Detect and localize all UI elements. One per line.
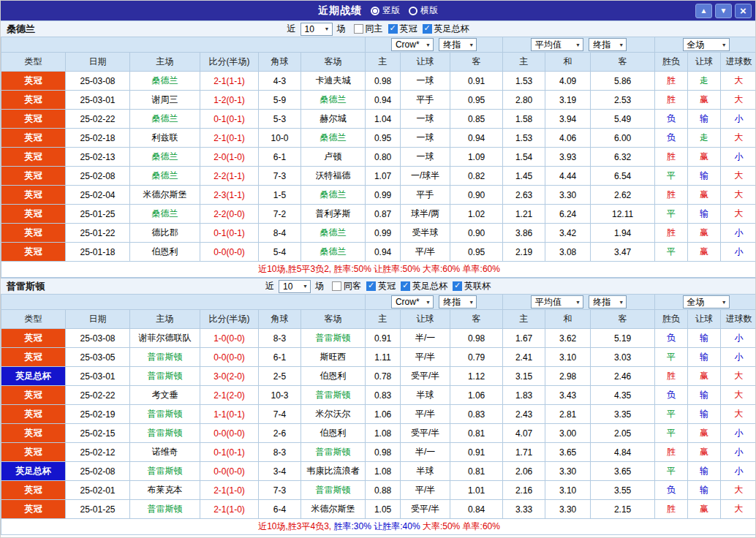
col-header-handicap: 让球 (401, 53, 450, 72)
bookmaker-select[interactable]: Crow*▼ (391, 38, 434, 51)
corners-cell: 5-9 (259, 91, 301, 110)
goals-result-cell: 小 (721, 148, 756, 167)
filter-checkbox[interactable]: 英冠 (388, 23, 417, 35)
avg-away-odds-cell: 4.35 (591, 386, 655, 405)
handicap-result-cell: 走 (688, 72, 721, 91)
radio-label: 横版 (420, 4, 438, 17)
goals-result-cell: 大 (721, 405, 756, 424)
league-type-cell: 英足总杯 (1, 367, 66, 386)
col-header-handicap: 让球 (401, 310, 450, 329)
bookmaker-select[interactable]: Crow*▼ (391, 295, 434, 308)
col-header-away: 客场 (301, 53, 366, 72)
radio-icon[interactable] (409, 7, 417, 15)
result-cell: 负 (655, 481, 688, 500)
avg-home-odds-cell: 2.80 (503, 91, 545, 110)
match-count-select[interactable]: 10▼ (300, 23, 333, 36)
handicap-cell: 受平/半 (401, 500, 450, 519)
results-table: Crow*▼ 终指▼ 平均值▼ 终指▼ 全场▼ 类型 日期 主场 比分(半场) … (1, 37, 756, 278)
goals-result-cell: 小 (721, 348, 756, 367)
corners-cell: 6-4 (259, 500, 301, 519)
filter-checkbox[interactable]: 英冠 (366, 280, 396, 292)
final-odds-select[interactable]: 终指▼ (439, 295, 477, 308)
col-header-away-odds: 客 (450, 53, 503, 72)
layout-radio-selected[interactable]: 竖版 (371, 4, 400, 17)
close-button[interactable]: × (735, 4, 752, 18)
league-type-cell: 英冠 (1, 443, 66, 462)
handicap-cell: 半球 (401, 462, 450, 481)
result-cell: 平 (655, 205, 688, 224)
select-value: Crow* (396, 39, 420, 50)
league-type-cell: 英冠 (1, 405, 66, 424)
home-odds-cell: 0.87 (366, 205, 401, 224)
final-odds-select[interactable]: 终指▼ (439, 38, 477, 51)
col-header-avg-draw: 和 (545, 310, 591, 329)
filter-checkbox[interactable]: 英足总杯 (401, 280, 447, 292)
chevron-down-icon: ▼ (722, 300, 727, 305)
filter-checkbox[interactable]: 英足总杯 (423, 23, 469, 35)
average-odds-select[interactable]: 平均值▼ (531, 295, 583, 308)
checkbox-checked-icon[interactable] (453, 281, 462, 291)
away-team-cell: 普雷斯顿 (301, 386, 366, 405)
away-team-cell: 普利茅斯 (301, 205, 366, 224)
scope-config-cell: 全场▼ (655, 37, 756, 53)
scroll-down-button[interactable]: ▼ (715, 4, 732, 18)
chevron-down-icon: ▼ (619, 300, 624, 305)
chevron-down-icon: ▼ (575, 300, 581, 305)
home-odds-cell: 1.04 (366, 110, 401, 129)
score-cell: 2-2(1-1) (200, 167, 259, 186)
home-team-cell: 谢周三 (130, 91, 200, 110)
checkbox-unchecked-icon[interactable] (354, 24, 363, 34)
avg-draw-odds-cell: 3.65 (545, 443, 591, 462)
handicap-result-cell: 输 (688, 386, 721, 405)
col-header-home-odds: 主 (366, 310, 401, 329)
checkbox-label: 英足总杯 (412, 280, 447, 292)
away-odds-cell: 0.81 (450, 424, 503, 443)
avg-draw-odds-cell: 3.00 (545, 424, 591, 443)
avg-home-odds-cell: 1.71 (503, 443, 545, 462)
avg-away-odds-cell: 6.54 (591, 167, 655, 186)
league-type-cell: 英冠 (1, 329, 66, 348)
radio-icon[interactable] (371, 7, 379, 15)
summary-segment: 让胜率:50% (371, 264, 420, 274)
full-match-select[interactable]: 全场▼ (683, 38, 730, 51)
checkbox-checked-icon[interactable] (366, 281, 376, 291)
away-team-cell: 普雷斯顿 (301, 329, 366, 348)
avg-draw-odds-cell: 3.30 (545, 186, 591, 205)
match-row: 英冠25-01-25桑德兰2-2(0-0)7-2普利茅斯0.87球半/两1.02… (1, 205, 756, 224)
match-row: 英冠25-02-12诺维奇0-1(0-1)8-3普雷斯顿0.98半/一0.911… (1, 443, 756, 462)
average-odds-select[interactable]: 平均值▼ (531, 38, 583, 51)
odds-config-row: Crow*▼ 终指▼ 平均值▼ 终指▼ 全场▼ (1, 295, 756, 310)
checkbox-checked-icon[interactable] (388, 24, 398, 34)
checkbox-checked-icon[interactable] (423, 24, 432, 34)
match-count-select[interactable]: 10▼ (279, 280, 311, 293)
away-team-cell: 伯恩利 (301, 367, 366, 386)
away-odds-cell: 0.82 (450, 167, 503, 186)
league-type-cell: 英冠 (1, 129, 66, 148)
match-row: 英冠25-02-19普雷斯顿1-1(0-1)7-4米尔沃尔1.06平/半0.83… (1, 405, 756, 424)
layout-radio-unselected[interactable]: 横版 (409, 4, 438, 17)
corners-cell: 6-1 (259, 348, 301, 367)
panel-title: 近期战绩 (318, 4, 362, 18)
summary-segment: 胜率:50% (331, 264, 371, 274)
corners-cell: 8-3 (259, 443, 301, 462)
full-match-select[interactable]: 全场▼ (683, 295, 730, 308)
result-cell: 胜 (655, 367, 688, 386)
checkbox-checked-icon[interactable] (401, 281, 410, 291)
home-team-cell: 谢菲尔德联队 (130, 329, 200, 348)
score-cell: 0-1(0-1) (200, 443, 259, 462)
col-header-score: 比分(半场) (200, 310, 259, 329)
away-odds-cell: 0.81 (450, 462, 503, 481)
score-cell: 0-1(0-1) (200, 110, 259, 129)
date-cell: 25-01-25 (66, 500, 130, 519)
avg-home-odds-cell: 1.67 (503, 329, 545, 348)
handicap-cell: 平手 (401, 186, 450, 205)
scroll-up-button[interactable]: ▲ (695, 4, 712, 18)
filter-checkbox[interactable]: 同客 (332, 280, 361, 292)
final-odds-select[interactable]: 终指▼ (589, 38, 627, 51)
handicap-cell: 受平/半 (401, 424, 450, 443)
filter-checkbox[interactable]: 同主 (354, 23, 383, 35)
checkbox-unchecked-icon[interactable] (332, 281, 341, 291)
league-type-cell: 英冠 (1, 186, 66, 205)
final-odds-select[interactable]: 终指▼ (589, 295, 627, 308)
filter-checkbox[interactable]: 英联杯 (453, 280, 491, 292)
